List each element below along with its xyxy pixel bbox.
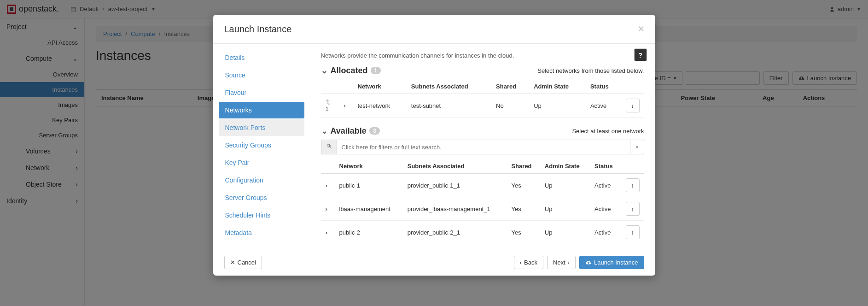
available-row: › public-1 provider_public-1_1 Yes Up Ac… (321, 174, 644, 197)
col-subnets: Subnets Associated (407, 79, 491, 94)
wizard-nav: DetailsSourceFlavourNetworksNetwork Port… (213, 44, 310, 249)
cell-shared: Yes (507, 174, 540, 197)
col-network: Network (353, 79, 407, 94)
close-icon[interactable]: × (638, 23, 644, 35)
col-network: Network (335, 159, 403, 174)
modal-header: Launch Instance × (213, 15, 655, 44)
expand-row-icon[interactable]: › (326, 206, 327, 212)
cloud-upload-icon (585, 260, 592, 265)
cancel-label: Cancel (238, 259, 256, 266)
search-input[interactable] (337, 140, 631, 154)
allocated-title: Allocated (331, 66, 368, 76)
launch-label: Launch Instance (594, 259, 638, 266)
cell-status: Active (586, 94, 621, 118)
search-bar: × (321, 140, 644, 154)
wizard-step-network-ports[interactable]: Network Ports (219, 119, 304, 136)
cancel-button[interactable]: ✕ Cancel (224, 256, 262, 269)
collapse-allocated-icon[interactable]: ⌄ (321, 65, 328, 76)
search-icon (321, 140, 337, 154)
help-button[interactable]: ? (634, 48, 647, 61)
launch-button[interactable]: Launch Instance (579, 256, 644, 269)
expand-row-icon[interactable]: › (326, 182, 327, 189)
wizard-step-flavour[interactable]: Flavour (219, 84, 304, 101)
col-status: Status (590, 159, 621, 174)
cell-admin: Up (540, 174, 590, 197)
sort-handle-icon[interactable]: ⇅ (326, 99, 331, 106)
cell-shared: No (491, 94, 529, 118)
clear-search-icon[interactable]: × (630, 140, 644, 154)
available-row: › lbaas-management provider_lbaas-manage… (321, 197, 644, 221)
expand-row-icon[interactable]: › (344, 102, 346, 109)
wizard-step-metadata[interactable]: Metadata (219, 224, 304, 241)
available-table: Network Subnets Associated Shared Admin … (321, 159, 644, 244)
cell-network: public-2 (335, 221, 403, 244)
next-button[interactable]: Next › (547, 256, 576, 269)
wizard-content: ? Networks provide the communication cha… (310, 44, 655, 249)
cell-admin: Up (540, 197, 590, 221)
col-shared: Shared (491, 79, 529, 94)
cell-network: lbaas-management (335, 197, 403, 221)
modal-title: Launch Instance (224, 24, 292, 35)
available-title: Available (331, 126, 367, 136)
collapse-available-icon[interactable]: ⌄ (321, 126, 328, 136)
allocate-button[interactable]: ↑ (626, 225, 640, 239)
col-admin: Admin State (529, 79, 586, 94)
cell-subnets: provider_public-2_1 (403, 221, 507, 244)
wizard-step-scheduler-hints[interactable]: Scheduler Hints (219, 207, 304, 224)
col-subnets: Subnets Associated (403, 159, 507, 174)
wizard-step-networks[interactable]: Networks (219, 102, 304, 118)
cell-subnets: provider_lbaas-management_1 (403, 197, 507, 221)
cell-network: test-network (353, 94, 407, 118)
next-label: Next (553, 259, 565, 266)
cell-subnets: provider_public-1_1 (403, 174, 507, 197)
allocated-row: ⇅ 1 › test-network test-subnet No Up Act… (321, 94, 644, 118)
col-status: Status (586, 79, 621, 94)
cell-admin: Up (540, 221, 590, 244)
modal-footer: ✕ Cancel ‹ Back Next › Launch Instance (213, 249, 655, 276)
cell-status: Active (590, 197, 621, 221)
chevron-right-icon: › (568, 259, 570, 266)
wizard-step-key-pair[interactable]: Key Pair (219, 154, 304, 171)
allocated-count-badge: 1 (371, 67, 381, 74)
available-row: › public-2 provider_public-2_1 Yes Up Ac… (321, 221, 644, 244)
allocate-button[interactable]: ↑ (626, 202, 640, 216)
allocated-table: Network Subnets Associated Shared Admin … (321, 79, 644, 118)
wizard-step-source[interactable]: Source (219, 67, 304, 83)
wizard-step-details[interactable]: Details (219, 49, 304, 66)
allocate-button[interactable]: ↑ (626, 178, 640, 192)
wizard-step-security-groups[interactable]: Security Groups (219, 137, 304, 153)
cell-status: Active (590, 221, 621, 244)
description-text: Networks provide the communication chann… (321, 52, 644, 59)
cell-network: public-1 (335, 174, 403, 197)
wizard-step-configuration[interactable]: Configuration (219, 172, 304, 188)
wizard-step-server-groups[interactable]: Server Groups (219, 189, 304, 206)
col-shared: Shared (507, 159, 540, 174)
cell-shared: Yes (507, 221, 540, 244)
deallocate-button[interactable]: ↓ (626, 99, 640, 112)
col-admin: Admin State (540, 159, 590, 174)
expand-row-icon[interactable]: › (326, 229, 327, 236)
back-button[interactable]: ‹ Back (514, 256, 543, 269)
allocated-hint: Select networks from those listed below. (537, 67, 644, 74)
chevron-left-icon: ‹ (520, 259, 522, 266)
cell-admin: Up (529, 94, 586, 118)
close-icon: ✕ (230, 259, 235, 266)
cell-subnets: test-subnet (407, 94, 491, 118)
cell-status: Active (590, 174, 621, 197)
launch-instance-modal: Launch Instance × DetailsSourceFlavourNe… (213, 15, 655, 276)
available-hint: Select at least one network (572, 128, 644, 135)
available-count-badge: 3 (369, 127, 380, 135)
cell-shared: Yes (507, 197, 540, 221)
back-label: Back (524, 259, 537, 266)
